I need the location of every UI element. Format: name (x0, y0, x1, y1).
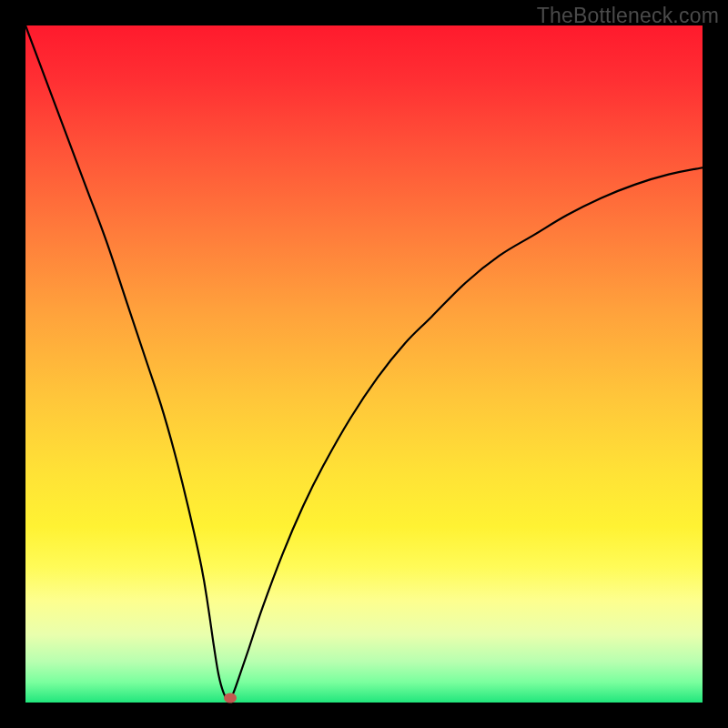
chart-frame: TheBottleneck.com (0, 0, 728, 728)
bottleneck-curve (25, 25, 703, 703)
watermark-text: TheBottleneck.com (537, 4, 719, 28)
optimal-point-marker (224, 693, 237, 703)
plot-area (25, 25, 703, 703)
